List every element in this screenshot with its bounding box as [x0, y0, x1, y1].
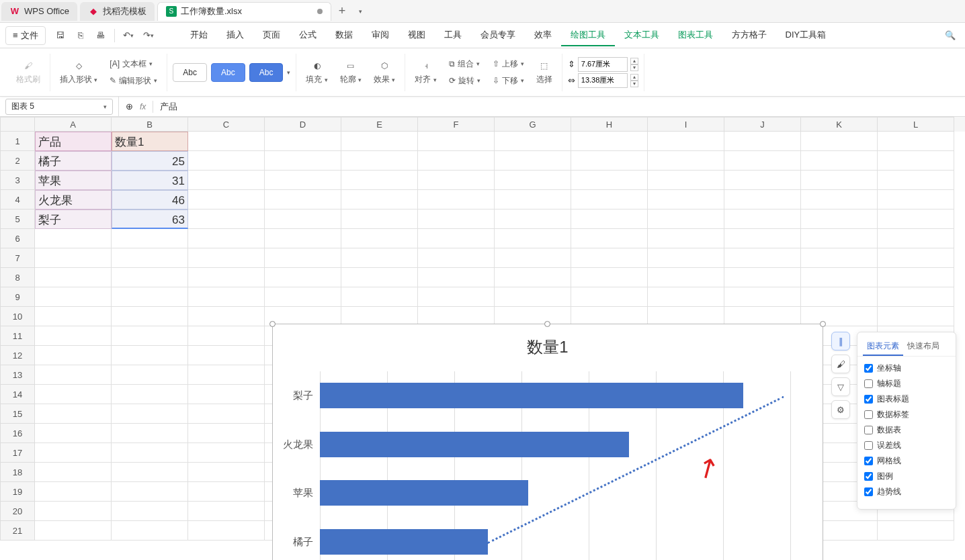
- col-header-B[interactable]: B: [112, 117, 188, 132]
- row-header-3[interactable]: 3: [0, 171, 35, 190]
- style-preset-2[interactable]: Abc: [211, 63, 245, 82]
- cell-B4[interactable]: 46: [112, 190, 188, 209]
- spinner-up[interactable]: ▴: [630, 58, 638, 64]
- cell-C9[interactable]: [188, 287, 265, 307]
- cell-D2[interactable]: [265, 151, 341, 171]
- cell-B9[interactable]: [112, 287, 188, 307]
- cell-A14[interactable]: [35, 385, 112, 404]
- cell-C18[interactable]: [188, 463, 265, 482]
- cell-L7[interactable]: [878, 248, 954, 268]
- cell-C1[interactable]: [188, 132, 265, 151]
- cell-C19[interactable]: [188, 482, 265, 502]
- plot-area[interactable]: 010203040506070梨子火龙果苹果橘子: [320, 371, 802, 560]
- cell-I4[interactable]: [648, 190, 724, 209]
- save-button[interactable]: 🖫: [51, 26, 70, 45]
- cell-J3[interactable]: [724, 171, 801, 190]
- cell-A10[interactable]: [35, 307, 112, 326]
- cell-A19[interactable]: [35, 482, 112, 502]
- panel-item-0[interactable]: 坐标轴: [864, 361, 949, 376]
- cell-L2[interactable]: [878, 151, 954, 171]
- cell-K6[interactable]: [801, 229, 878, 248]
- select-all-corner[interactable]: [0, 117, 35, 132]
- panel-item-7[interactable]: 图例: [864, 469, 949, 484]
- cell-A9[interactable]: [35, 287, 112, 307]
- style-preset-3[interactable]: Abc: [249, 63, 284, 82]
- spreadsheet-grid[interactable]: ABCDEFGHIJKL 1产品数量12橘子253苹果314火龙果465梨子63…: [0, 117, 965, 541]
- cell-A12[interactable]: [35, 346, 112, 365]
- menu-item-14[interactable]: DIY工具箱: [776, 25, 836, 46]
- style-more-dropdown[interactable]: ▾: [287, 69, 290, 76]
- row-header-20[interactable]: 20: [0, 502, 35, 521]
- cell-H4[interactable]: [571, 190, 648, 209]
- cell-C11[interactable]: [188, 326, 265, 346]
- col-header-K[interactable]: K: [801, 117, 878, 132]
- cell-G4[interactable]: [495, 190, 571, 209]
- cell-I7[interactable]: [648, 248, 724, 268]
- cell-C21[interactable]: [188, 521, 265, 541]
- cell-C5[interactable]: [188, 209, 265, 229]
- redo-button[interactable]: ↷▾: [139, 26, 158, 45]
- cell-E3[interactable]: [341, 171, 418, 190]
- menu-item-1[interactable]: 插入: [217, 25, 253, 46]
- cell-E8[interactable]: [341, 268, 418, 287]
- col-header-D[interactable]: D: [265, 117, 341, 132]
- cell-H2[interactable]: [571, 151, 648, 171]
- cell-D1[interactable]: [265, 132, 341, 151]
- cell-L9[interactable]: [878, 287, 954, 307]
- cell-A1[interactable]: 产品: [35, 132, 112, 151]
- cell-B11[interactable]: [112, 326, 188, 346]
- row-header-6[interactable]: 6: [0, 229, 35, 248]
- cell-K1[interactable]: [801, 132, 878, 151]
- row-header-19[interactable]: 19: [0, 482, 35, 502]
- cell-B6[interactable]: [112, 229, 188, 248]
- menu-item-11[interactable]: 文本工具: [615, 25, 669, 46]
- fill-button[interactable]: ◐填充 ▾: [302, 56, 331, 88]
- cell-C14[interactable]: [188, 385, 265, 404]
- cell-L4[interactable]: [878, 190, 954, 209]
- cell-D6[interactable]: [265, 229, 341, 248]
- col-header-L[interactable]: L: [878, 117, 954, 132]
- cell-E2[interactable]: [341, 151, 418, 171]
- row-header-21[interactable]: 21: [0, 521, 35, 541]
- fx-label[interactable]: fx: [140, 102, 146, 111]
- cell-J8[interactable]: [724, 268, 801, 287]
- chart-bar[interactable]: [320, 529, 488, 555]
- row-header-10[interactable]: 10: [0, 307, 35, 326]
- row-header-11[interactable]: 11: [0, 326, 35, 346]
- panel-checkbox[interactable]: [864, 395, 873, 404]
- panel-checkbox[interactable]: [864, 364, 873, 373]
- row-header-1[interactable]: 1: [0, 132, 35, 151]
- cell-B10[interactable]: [112, 307, 188, 326]
- file-menu[interactable]: ≡ 文件: [5, 26, 46, 45]
- panel-item-4[interactable]: 数据表: [864, 422, 949, 438]
- trendline[interactable]: [487, 395, 784, 543]
- tab-menu-dropdown[interactable]: ▾: [351, 8, 370, 15]
- cell-B21[interactable]: [112, 521, 188, 541]
- cell-C20[interactable]: [188, 502, 265, 521]
- cell-A16[interactable]: [35, 424, 112, 443]
- cell-B5[interactable]: 63: [112, 209, 188, 229]
- tab-workbook[interactable]: S 工作簿数量.xlsx: [157, 2, 331, 21]
- cell-I3[interactable]: [648, 171, 724, 190]
- cell-K8[interactable]: [801, 268, 878, 287]
- resize-handle-nw[interactable]: [269, 321, 276, 327]
- cell-G7[interactable]: [495, 248, 571, 268]
- panel-item-1[interactable]: 轴标题: [864, 376, 949, 391]
- cell-F7[interactable]: [418, 248, 495, 268]
- menu-item-8[interactable]: 会员专享: [471, 25, 525, 46]
- cell-F3[interactable]: [418, 171, 495, 190]
- cell-D8[interactable]: [265, 268, 341, 287]
- resize-handle-ne[interactable]: [820, 321, 826, 327]
- cell-H5[interactable]: [571, 209, 648, 229]
- cell-H6[interactable]: [571, 229, 648, 248]
- row-header-5[interactable]: 5: [0, 209, 35, 229]
- chart-bar[interactable]: [320, 383, 743, 408]
- panel-checkbox[interactable]: [864, 472, 873, 481]
- cell-E5[interactable]: [341, 209, 418, 229]
- cell-F8[interactable]: [418, 268, 495, 287]
- row-header-16[interactable]: 16: [0, 424, 35, 443]
- cell-C10[interactable]: [188, 307, 265, 326]
- cell-K4[interactable]: [801, 190, 878, 209]
- cell-E4[interactable]: [341, 190, 418, 209]
- cell-D5[interactable]: [265, 209, 341, 229]
